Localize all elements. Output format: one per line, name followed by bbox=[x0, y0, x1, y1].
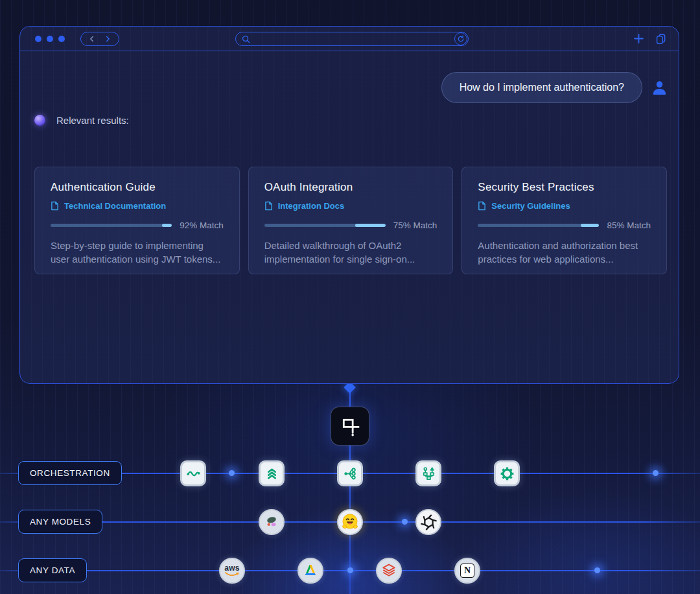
workflow-icon bbox=[421, 466, 437, 482]
data-badge-google-drive bbox=[298, 558, 323, 584]
notion-logo-icon: N bbox=[460, 564, 474, 578]
browser-topbar bbox=[20, 27, 679, 51]
match-percent: 75% Match bbox=[393, 220, 438, 230]
chat-message-row: How do I implement authentication? bbox=[441, 72, 668, 103]
line-glow-dot bbox=[229, 470, 235, 476]
document-icon bbox=[478, 201, 486, 211]
label-any-data: ANY DATA bbox=[18, 558, 87, 582]
window-dot[interactable] bbox=[58, 36, 65, 42]
line-glow-dot bbox=[347, 567, 353, 573]
wave-icon bbox=[185, 466, 202, 482]
card-description: Detailed walkthrough of OAuth2 implement… bbox=[264, 239, 438, 267]
orchestration-chip-deploy bbox=[259, 460, 285, 486]
search-icon bbox=[241, 34, 251, 44]
model-badge-openai bbox=[415, 509, 441, 535]
gear-icon bbox=[499, 466, 515, 482]
refresh-button[interactable] bbox=[454, 32, 467, 45]
notion-logo-letter: N bbox=[464, 565, 471, 576]
hugging-face-logo-icon bbox=[340, 512, 360, 532]
orchestration-chip-branch bbox=[337, 460, 363, 486]
result-card-oauth-integration[interactable]: OAuth Integration Integration Docs 75% M… bbox=[248, 167, 454, 274]
card-source: Integration Docs bbox=[264, 201, 438, 211]
line-glow-dot bbox=[653, 470, 659, 476]
forward-chevron-icon[interactable] bbox=[103, 34, 112, 43]
card-source: Security Guidelines bbox=[478, 201, 651, 211]
model-badge-hugging-face bbox=[337, 509, 363, 535]
card-description: Authentication and authorization best pr… bbox=[478, 239, 651, 267]
match-bar-row: 85% Match bbox=[478, 220, 651, 230]
match-bar-row: 75% Match bbox=[264, 220, 438, 230]
cohere-logo-icon bbox=[263, 514, 280, 530]
card-source-label: Technical Documentation bbox=[64, 201, 166, 211]
aws-logo-icon: aws bbox=[224, 564, 240, 577]
match-bar-row: 92% Match bbox=[51, 220, 224, 230]
data-badge-aws: aws bbox=[219, 558, 245, 584]
result-card-security-best-practices[interactable]: Security Best Practices Security Guideli… bbox=[461, 167, 667, 274]
browser-window: How do I implement authentication? Relev… bbox=[19, 26, 679, 384]
card-title: Security Best Practices bbox=[478, 181, 651, 194]
card-source-label: Integration Docs bbox=[278, 201, 345, 211]
relevant-results-label: Relevant results: bbox=[56, 115, 129, 126]
branch-icon bbox=[342, 466, 358, 482]
model-badge-cohere bbox=[259, 509, 285, 535]
match-percent: 85% Match bbox=[607, 220, 651, 230]
topbar-actions bbox=[633, 32, 667, 45]
orchestration-chip-workflow bbox=[415, 460, 441, 486]
user-question-bubble: How do I implement authentication? bbox=[441, 72, 642, 103]
label-any-models: ANY MODELS bbox=[18, 510, 102, 534]
match-progress-bar bbox=[51, 224, 172, 227]
orchestration-chip-wave bbox=[180, 460, 206, 486]
orchestration-chip-settings bbox=[494, 460, 520, 486]
refresh-icon bbox=[457, 35, 465, 43]
card-title: Authentication Guide bbox=[51, 181, 224, 194]
databricks-logo-icon bbox=[380, 562, 397, 579]
card-source: Technical Documentation bbox=[51, 201, 224, 211]
search-input[interactable] bbox=[251, 33, 454, 45]
line-glow-dot bbox=[402, 519, 408, 525]
assistant-orb-icon bbox=[34, 115, 45, 126]
address-bar[interactable] bbox=[235, 32, 469, 46]
card-title: OAuth Integration bbox=[264, 181, 438, 194]
data-badge-databricks bbox=[376, 558, 402, 584]
tabs-copy-icon[interactable] bbox=[655, 32, 667, 45]
google-drive-logo-icon bbox=[302, 562, 319, 579]
aws-logo-text: aws bbox=[224, 564, 240, 572]
card-description: Step-by-step guide to implementing user … bbox=[51, 239, 224, 267]
document-icon bbox=[51, 201, 59, 211]
result-card-authentication-guide[interactable]: Authentication Guide Technical Documenta… bbox=[34, 167, 240, 274]
user-avatar-icon bbox=[651, 79, 668, 97]
openai-logo-icon bbox=[420, 514, 438, 531]
card-source-label: Security Guidelines bbox=[491, 201, 570, 211]
new-tab-plus-icon[interactable] bbox=[633, 33, 644, 44]
page: { "colors": { "accent_blue": "#2e63f2", … bbox=[0, 0, 700, 594]
data-badge-notion: N bbox=[454, 558, 480, 584]
nav-controls bbox=[80, 32, 119, 46]
back-chevron-icon[interactable] bbox=[88, 34, 97, 43]
line-glow-dot bbox=[594, 567, 600, 573]
label-orchestration: ORCHESTRATION bbox=[18, 461, 122, 485]
chevrons-up-icon bbox=[264, 466, 280, 482]
traffic-light-dots bbox=[35, 36, 65, 42]
match-progress-bar bbox=[264, 224, 386, 227]
window-dot[interactable] bbox=[35, 36, 41, 42]
relevant-results-row: Relevant results: bbox=[34, 115, 129, 126]
result-cards: Authentication Guide Technical Documenta… bbox=[34, 167, 667, 274]
window-dot[interactable] bbox=[47, 36, 53, 42]
center-node-chip bbox=[331, 407, 369, 446]
document-icon bbox=[264, 201, 273, 211]
crop-frame-icon bbox=[338, 414, 362, 438]
match-progress-bar bbox=[478, 224, 599, 227]
match-percent: 92% Match bbox=[180, 220, 224, 230]
